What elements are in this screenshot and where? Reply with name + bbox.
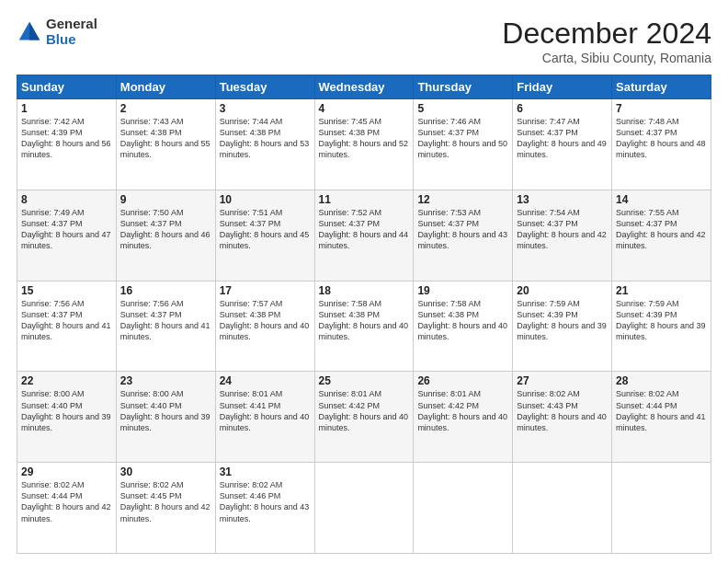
day-number: 10 xyxy=(220,193,311,206)
calendar-cell xyxy=(414,463,513,554)
cell-info: Sunrise: 7:47 AMSunset: 4:37 PMDaylight:… xyxy=(517,116,608,161)
cell-info: Sunrise: 8:02 AMSunset: 4:43 PMDaylight:… xyxy=(517,388,608,433)
calendar-cell xyxy=(513,463,612,554)
day-number: 31 xyxy=(220,465,311,478)
cell-info: Sunrise: 7:56 AMSunset: 4:37 PMDaylight:… xyxy=(120,298,211,343)
day-number: 16 xyxy=(120,284,211,297)
day-number: 8 xyxy=(21,193,112,206)
day-number: 2 xyxy=(120,102,211,115)
day-number: 9 xyxy=(120,193,211,206)
day-header-wednesday: Wednesday xyxy=(314,75,414,99)
day-number: 24 xyxy=(220,374,311,387)
calendar-week-row: 8Sunrise: 7:49 AMSunset: 4:37 PMDaylight… xyxy=(17,190,711,281)
calendar-cell: 31Sunrise: 8:02 AMSunset: 4:46 PMDayligh… xyxy=(215,463,314,554)
day-number: 5 xyxy=(417,102,508,115)
cell-info: Sunrise: 7:49 AMSunset: 4:37 PMDaylight:… xyxy=(21,207,112,252)
logo-blue-text: Blue xyxy=(46,32,97,48)
calendar-week-row: 22Sunrise: 8:00 AMSunset: 4:40 PMDayligh… xyxy=(17,372,711,463)
cell-info: Sunrise: 7:48 AMSunset: 4:37 PMDaylight:… xyxy=(616,116,707,161)
day-number: 11 xyxy=(319,193,410,206)
calendar-week-row: 29Sunrise: 8:02 AMSunset: 4:44 PMDayligh… xyxy=(17,463,711,554)
cell-info: Sunrise: 7:59 AMSunset: 4:39 PMDaylight:… xyxy=(616,298,707,343)
day-number: 27 xyxy=(517,374,608,387)
day-number: 29 xyxy=(21,465,112,478)
cell-info: Sunrise: 7:43 AMSunset: 4:38 PMDaylight:… xyxy=(120,116,211,161)
month-title: December 2024 xyxy=(502,17,711,51)
calendar-cell: 26Sunrise: 8:01 AMSunset: 4:42 PMDayligh… xyxy=(414,372,513,463)
calendar-cell: 15Sunrise: 7:56 AMSunset: 4:37 PMDayligh… xyxy=(17,281,117,372)
title-area: December 2024 Carta, Sibiu County, Roman… xyxy=(502,17,711,65)
cell-info: Sunrise: 7:58 AMSunset: 4:38 PMDaylight:… xyxy=(417,298,508,343)
calendar-cell: 25Sunrise: 8:01 AMSunset: 4:42 PMDayligh… xyxy=(314,372,414,463)
cell-info: Sunrise: 7:55 AMSunset: 4:37 PMDaylight:… xyxy=(616,207,707,252)
calendar-cell: 27Sunrise: 8:02 AMSunset: 4:43 PMDayligh… xyxy=(513,372,612,463)
calendar-table: SundayMondayTuesdayWednesdayThursdayFrid… xyxy=(17,75,711,554)
cell-info: Sunrise: 7:44 AMSunset: 4:38 PMDaylight:… xyxy=(220,116,311,161)
day-number: 18 xyxy=(319,284,410,297)
calendar-cell: 19Sunrise: 7:58 AMSunset: 4:38 PMDayligh… xyxy=(414,281,513,372)
day-number: 14 xyxy=(616,193,707,206)
cell-info: Sunrise: 8:01 AMSunset: 4:41 PMDaylight:… xyxy=(220,388,311,433)
day-number: 30 xyxy=(120,465,211,478)
day-header-sunday: Sunday xyxy=(17,75,117,99)
calendar-cell: 17Sunrise: 7:57 AMSunset: 4:38 PMDayligh… xyxy=(215,281,314,372)
day-number: 23 xyxy=(120,374,211,387)
calendar-cell: 24Sunrise: 8:01 AMSunset: 4:41 PMDayligh… xyxy=(215,372,314,463)
cell-info: Sunrise: 8:02 AMSunset: 4:45 PMDaylight:… xyxy=(120,479,211,524)
logo-icon xyxy=(17,19,42,45)
day-number: 21 xyxy=(616,284,707,297)
calendar-header-row: SundayMondayTuesdayWednesdayThursdayFrid… xyxy=(17,75,711,99)
calendar-cell: 6Sunrise: 7:47 AMSunset: 4:37 PMDaylight… xyxy=(513,99,612,190)
calendar-cell: 2Sunrise: 7:43 AMSunset: 4:38 PMDaylight… xyxy=(116,99,215,190)
calendar-cell: 28Sunrise: 8:02 AMSunset: 4:44 PMDayligh… xyxy=(612,372,711,463)
logo-general-text: General xyxy=(46,17,97,32)
day-header-saturday: Saturday xyxy=(612,75,711,99)
calendar-cell: 29Sunrise: 8:02 AMSunset: 4:44 PMDayligh… xyxy=(17,463,117,554)
calendar-cell xyxy=(314,463,414,554)
calendar-cell: 8Sunrise: 7:49 AMSunset: 4:37 PMDaylight… xyxy=(17,190,117,281)
day-number: 22 xyxy=(21,374,112,387)
day-number: 17 xyxy=(220,284,311,297)
cell-info: Sunrise: 8:01 AMSunset: 4:42 PMDaylight:… xyxy=(417,388,508,433)
calendar-cell: 23Sunrise: 8:00 AMSunset: 4:40 PMDayligh… xyxy=(116,372,215,463)
day-number: 15 xyxy=(21,284,112,297)
cell-info: Sunrise: 8:02 AMSunset: 4:46 PMDaylight:… xyxy=(220,479,311,524)
day-number: 1 xyxy=(21,102,112,115)
calendar-cell: 30Sunrise: 8:02 AMSunset: 4:45 PMDayligh… xyxy=(116,463,215,554)
calendar-week-row: 15Sunrise: 7:56 AMSunset: 4:37 PMDayligh… xyxy=(17,281,711,372)
cell-info: Sunrise: 7:54 AMSunset: 4:37 PMDaylight:… xyxy=(517,207,608,252)
day-header-friday: Friday xyxy=(513,75,612,99)
day-number: 3 xyxy=(220,102,311,115)
calendar-cell: 1Sunrise: 7:42 AMSunset: 4:39 PMDaylight… xyxy=(17,99,117,190)
cell-info: Sunrise: 7:52 AMSunset: 4:37 PMDaylight:… xyxy=(319,207,410,252)
calendar-cell: 3Sunrise: 7:44 AMSunset: 4:38 PMDaylight… xyxy=(215,99,314,190)
calendar-cell: 14Sunrise: 7:55 AMSunset: 4:37 PMDayligh… xyxy=(612,190,711,281)
day-number: 28 xyxy=(616,374,707,387)
calendar-cell: 13Sunrise: 7:54 AMSunset: 4:37 PMDayligh… xyxy=(513,190,612,281)
cell-info: Sunrise: 7:58 AMSunset: 4:38 PMDaylight:… xyxy=(319,298,410,343)
svg-marker-1 xyxy=(29,21,40,40)
calendar-cell: 18Sunrise: 7:58 AMSunset: 4:38 PMDayligh… xyxy=(314,281,414,372)
header: General Blue December 2024 Carta, Sibiu … xyxy=(17,17,711,65)
cell-info: Sunrise: 8:00 AMSunset: 4:40 PMDaylight:… xyxy=(120,388,211,433)
logo: General Blue xyxy=(17,17,97,47)
calendar-cell: 16Sunrise: 7:56 AMSunset: 4:37 PMDayligh… xyxy=(116,281,215,372)
day-number: 12 xyxy=(417,193,508,206)
cell-info: Sunrise: 7:59 AMSunset: 4:39 PMDaylight:… xyxy=(517,298,608,343)
calendar-cell: 4Sunrise: 7:45 AMSunset: 4:38 PMDaylight… xyxy=(314,99,414,190)
cell-info: Sunrise: 8:00 AMSunset: 4:40 PMDaylight:… xyxy=(21,388,112,433)
day-header-monday: Monday xyxy=(116,75,215,99)
logo-text: General Blue xyxy=(46,17,97,47)
calendar-week-row: 1Sunrise: 7:42 AMSunset: 4:39 PMDaylight… xyxy=(17,99,711,190)
cell-info: Sunrise: 7:56 AMSunset: 4:37 PMDaylight:… xyxy=(21,298,112,343)
cell-info: Sunrise: 8:01 AMSunset: 4:42 PMDaylight:… xyxy=(319,388,410,433)
day-number: 26 xyxy=(417,374,508,387)
calendar-cell: 10Sunrise: 7:51 AMSunset: 4:37 PMDayligh… xyxy=(215,190,314,281)
cell-info: Sunrise: 8:02 AMSunset: 4:44 PMDaylight:… xyxy=(616,388,707,433)
cell-info: Sunrise: 7:45 AMSunset: 4:38 PMDaylight:… xyxy=(319,116,410,161)
day-number: 25 xyxy=(319,374,410,387)
cell-info: Sunrise: 7:50 AMSunset: 4:37 PMDaylight:… xyxy=(120,207,211,252)
calendar-cell: 22Sunrise: 8:00 AMSunset: 4:40 PMDayligh… xyxy=(17,372,117,463)
page: General Blue December 2024 Carta, Sibiu … xyxy=(0,0,728,563)
calendar-cell xyxy=(612,463,711,554)
